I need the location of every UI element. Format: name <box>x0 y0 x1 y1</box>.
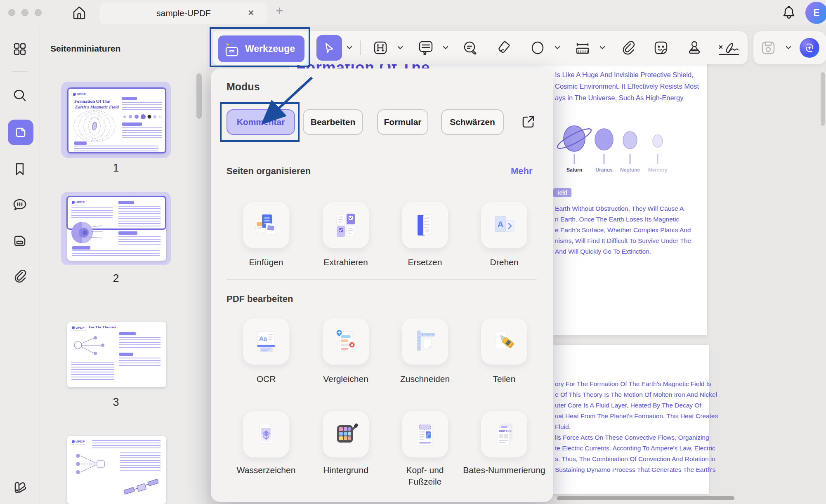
thumb1-field-diagram <box>72 110 117 142</box>
tile-kopf-fusszeile[interactable] <box>402 411 448 457</box>
zuschneiden-icon <box>412 328 438 355</box>
planet-label: Mercury <box>648 167 668 173</box>
vergleichen-icon <box>333 328 359 355</box>
highlighter-pen-tool-icon[interactable] <box>493 38 513 58</box>
tile-drehen[interactable]: A <box>481 202 527 248</box>
thumbnails-scrollbar[interactable] <box>196 73 202 119</box>
svg-text:A: A <box>498 220 503 229</box>
window-zoom-button[interactable] <box>35 9 42 16</box>
sticker-tool-icon[interactable] <box>651 38 671 58</box>
thumb3-network-diagram <box>71 333 112 358</box>
mode-button-formular[interactable]: Formular <box>377 109 428 135</box>
search-icon[interactable] <box>10 85 30 105</box>
thumbnail-page-1[interactable]: UPDF Formation Of The Earth's Magnetic F… <box>67 87 166 153</box>
stamp-tool-icon[interactable] <box>684 38 704 58</box>
tab-close-icon[interactable]: ✕ <box>248 8 255 18</box>
tile-label: Zuschneiden <box>384 373 466 385</box>
doc-line: ays in The Universe, Such As High-Energy <box>555 94 684 102</box>
planet-saturn <box>564 126 585 151</box>
sidebar-divider <box>12 71 28 72</box>
tile-teilen[interactable] <box>481 318 527 365</box>
shape-tool-chevron-icon[interactable] <box>553 43 562 52</box>
doc-vertical-scrollbar[interactable] <box>821 72 825 126</box>
grid-view-icon[interactable] <box>10 39 30 59</box>
select-tool-chevron-icon[interactable] <box>345 43 354 52</box>
updf-logo-mark <box>73 93 76 96</box>
paperclip-icon[interactable] <box>10 266 30 286</box>
mehr-link[interactable]: Mehr <box>511 166 533 177</box>
drehen-icon: A <box>491 212 517 238</box>
mode-button-schwaerzen[interactable]: Schwärzen <box>441 109 504 135</box>
measure-tool-chevron-icon[interactable] <box>598 43 607 52</box>
comment-note-tool-icon[interactable] <box>416 38 436 58</box>
window-close-button[interactable] <box>8 9 15 16</box>
search-comment-tool-icon[interactable] <box>460 38 480 58</box>
save-options-chevron-icon[interactable] <box>784 43 793 52</box>
color-swatches-icon[interactable] <box>10 477 30 497</box>
user-avatar[interactable]: E <box>805 2 826 24</box>
tile-ersetzen[interactable] <box>402 202 448 248</box>
thumb1-planets-row <box>121 113 163 120</box>
attachments-page-icon[interactable] <box>10 231 30 251</box>
tile-extrahieren[interactable] <box>323 202 369 248</box>
updf-logo-text: UPDF <box>76 326 85 330</box>
thumbnail-page-3[interactable]: UPDF For The Theories <box>67 322 166 387</box>
tile-bates-nummerierung[interactable]: 000123 <box>481 411 527 457</box>
mode-label: Formular <box>384 117 421 127</box>
app-window: Formation Of The Is Like A Huge And Invi… <box>0 0 826 504</box>
tile-zuschneiden[interactable] <box>402 318 448 365</box>
tile-hintergrund[interactable] <box>323 411 369 457</box>
sidebar-item-page-thumbnails[interactable] <box>8 120 33 145</box>
updf-logo: UPDF <box>70 199 86 205</box>
tile-ocr[interactable]: Aa <box>243 318 289 365</box>
save-icon[interactable] <box>758 38 778 58</box>
tile-vergleichen[interactable] <box>323 318 369 365</box>
document-tab[interactable]: sample-UPDF ✕ <box>100 2 267 24</box>
updf-logo: UPDF <box>70 325 86 330</box>
measure-ruler-tool-icon[interactable] <box>573 38 592 58</box>
doc-line: ory For The Formation Of The Earth's Mag… <box>555 380 711 388</box>
thumbnail-page-4[interactable]: UPDF <box>67 436 166 504</box>
svg-text:000123: 000123 <box>499 429 512 433</box>
thumb4-flow-diagram <box>71 452 117 476</box>
tile-wasserzeichen[interactable] <box>243 411 289 457</box>
doc-horizontal-scrollbar[interactable] <box>557 496 734 500</box>
highlight-text-tool-icon[interactable] <box>371 38 390 58</box>
mode-label: Schwärzen <box>450 117 495 127</box>
window-minimize-button[interactable] <box>21 9 28 16</box>
doc-line: e Earth's Surface, Whether Complex Plant… <box>555 226 691 234</box>
new-tab-button[interactable]: + <box>276 3 283 19</box>
thumb1-title-line1: Formation Of The <box>74 99 110 104</box>
doc-line: Is Like A Huge And Invisible Protective … <box>555 71 694 79</box>
thumb2-tag <box>118 231 137 235</box>
werkzeuge-label: Werkzeuge <box>245 43 295 54</box>
extrahieren-icon <box>333 212 359 238</box>
signature-tool-icon[interactable] <box>717 38 741 58</box>
werkzeuge-button[interactable]: Werkzeuge <box>218 35 304 62</box>
thumbnails-panel-title: Seitenminiaturen <box>50 44 120 54</box>
doc-line: Cosmic Environment. It Effectively Resis… <box>555 82 699 90</box>
comments-icon[interactable] <box>10 195 30 215</box>
home-icon[interactable] <box>71 5 87 23</box>
ai-assistant-icon[interactable] <box>800 38 819 58</box>
planet-neptune <box>623 132 637 149</box>
thumb3-text-block <box>119 358 160 367</box>
thumbnail-page-2[interactable]: UPDF <box>67 197 166 261</box>
attach-file-tool-icon[interactable] <box>618 38 638 58</box>
thumb1-tag <box>122 122 142 126</box>
highlight-tool-chevron-icon[interactable] <box>396 43 405 52</box>
thumb2-text-block <box>118 236 160 245</box>
open-external-mode-icon[interactable] <box>519 113 537 133</box>
tile-einfuegen[interactable] <box>243 202 289 248</box>
bates-nummerierung-icon: 000123 <box>491 421 517 447</box>
comment-tool-chevron-icon[interactable] <box>441 43 450 52</box>
bookmarks-icon[interactable] <box>10 159 30 179</box>
thumb4-text-block <box>120 452 160 471</box>
planet-label: Neptune <box>620 167 640 173</box>
thumb3-text-block <box>71 362 114 382</box>
circle-shape-tool-icon[interactable] <box>528 38 548 58</box>
notifications-bell-icon[interactable] <box>781 5 797 22</box>
planet-uranus <box>595 129 613 150</box>
select-tool-button[interactable] <box>316 35 342 61</box>
updf-logo-mark <box>72 201 75 204</box>
